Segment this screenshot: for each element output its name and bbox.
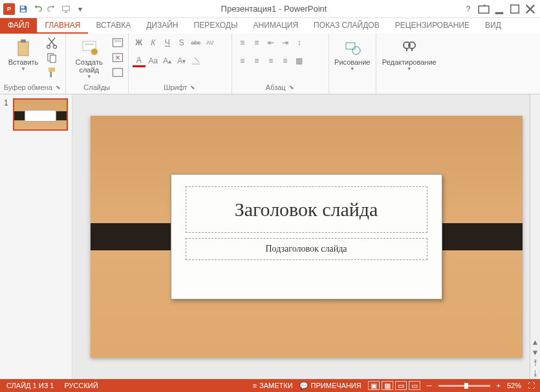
dialog-launcher-icon[interactable]: ⬊	[189, 84, 196, 91]
section-icon[interactable]	[111, 66, 124, 79]
close-icon[interactable]	[523, 3, 537, 16]
chevron-down-icon: ▼	[350, 66, 355, 72]
scroll-up-icon[interactable]: ▲	[531, 338, 540, 347]
zoom-slider[interactable]	[438, 385, 490, 387]
format-painter-icon[interactable]	[45, 66, 58, 79]
tab-home[interactable]: ГЛАВНАЯ	[37, 18, 88, 34]
align-center-icon[interactable]: ≡	[250, 54, 263, 67]
layout-icon[interactable]	[111, 36, 124, 49]
tab-design[interactable]: ДИЗАЙН	[138, 18, 186, 34]
line-spacing-icon[interactable]: ↕	[293, 36, 306, 49]
decrease-indent-icon[interactable]: ⇤	[265, 36, 277, 49]
subtitle-placeholder[interactable]: Подзаголовок слайда	[186, 238, 427, 260]
app-icon[interactable]: P	[3, 3, 16, 16]
thumbnail-preview[interactable]	[13, 98, 68, 131]
save-icon[interactable]	[17, 3, 30, 16]
editing-label: Редактирование	[382, 58, 437, 66]
svg-rect-6	[18, 41, 28, 56]
drawing-label: Рисование	[334, 58, 370, 66]
copy-icon[interactable]	[45, 51, 58, 64]
columns-icon[interactable]: ▦	[293, 54, 306, 67]
slide-editor[interactable]: Заголовок слайда Подзаголовок слайда ▲ ▼…	[72, 94, 540, 379]
tab-view[interactable]: ВИД	[477, 18, 509, 34]
char-spacing-button[interactable]: AV	[204, 36, 217, 49]
strike-button[interactable]: abc	[189, 36, 202, 49]
normal-view-icon[interactable]: ▣	[368, 381, 380, 390]
grow-font-button[interactable]: A▴	[161, 54, 174, 67]
shrink-font-button[interactable]: A▾	[175, 54, 188, 67]
numbering-icon[interactable]: ≡	[250, 36, 263, 49]
tab-slideshow[interactable]: ПОКАЗ СЛАЙДОВ	[306, 18, 387, 34]
dialog-launcher-icon[interactable]: ⬊	[55, 84, 61, 91]
new-slide-button[interactable]: Создать слайд ▼	[70, 36, 109, 81]
chevron-down-icon: ▼	[407, 66, 412, 72]
svg-rect-19	[113, 69, 122, 77]
ribbon-display-icon[interactable]	[477, 3, 491, 16]
svg-point-15	[91, 49, 98, 55]
workspace: 1 Заголовок слайда Подзаголовок слайда ▲…	[0, 94, 540, 379]
bullets-icon[interactable]: ≡	[236, 36, 249, 49]
status-bar: СЛАЙД 1 ИЗ 1 РУССКИЙ ≡ЗАМЕТКИ 💬ПРИМЕЧАНИ…	[0, 379, 540, 392]
zoom-in-button[interactable]: +	[497, 382, 501, 389]
redo-icon[interactable]	[45, 3, 58, 16]
zoom-level[interactable]: 52%	[507, 382, 521, 389]
slide-content-box: Заголовок слайда Подзаголовок слайда	[171, 174, 442, 299]
vertical-scrollbar[interactable]: ▲ ▼ ⭱ ⭳	[530, 94, 540, 379]
underline-button[interactable]: Ч	[161, 36, 174, 49]
thumbnail-item[interactable]: 1	[4, 98, 68, 131]
italic-button[interactable]: К	[147, 36, 160, 49]
tab-file[interactable]: ФАЙЛ	[0, 18, 37, 34]
svg-rect-5	[511, 5, 519, 13]
title-placeholder[interactable]: Заголовок слайда	[186, 186, 427, 233]
cut-icon[interactable]	[45, 36, 58, 49]
bold-button[interactable]: Ж	[133, 36, 146, 49]
scroll-down-icon[interactable]: ▼	[531, 348, 540, 357]
svg-rect-11	[50, 55, 56, 62]
fit-to-window-icon[interactable]: ⛶	[528, 382, 535, 389]
slideshow-view-icon[interactable]: ▭	[409, 381, 420, 390]
slide-counter[interactable]: СЛАЙД 1 ИЗ 1	[6, 382, 54, 389]
paste-button[interactable]: Вставить ▼	[4, 36, 43, 73]
comments-button[interactable]: 💬ПРИМЕЧАНИЯ	[299, 382, 362, 390]
group-paragraph-label: Абзац	[266, 83, 286, 91]
new-slide-icon	[79, 38, 100, 58]
view-buttons: ▣ ▦ ▭ ▭	[368, 381, 420, 390]
maximize-icon[interactable]	[508, 3, 522, 16]
editing-button[interactable]: Редактирование ▼	[380, 36, 438, 73]
undo-icon[interactable]	[31, 3, 44, 16]
group-drawing: Рисование ▼	[329, 34, 376, 94]
group-font: Ж К Ч S abc AV A Aa A▴ A▾ Шрифт⬊	[129, 34, 232, 94]
qat-dropdown-icon[interactable]: ▾	[74, 3, 87, 16]
new-slide-label: Создать слайд	[71, 58, 107, 74]
help-icon[interactable]: ?	[461, 3, 475, 16]
next-slide-icon[interactable]: ⭳	[531, 369, 540, 378]
align-right-icon[interactable]: ≡	[265, 54, 277, 67]
start-slideshow-icon[interactable]	[59, 3, 72, 16]
increase-indent-icon[interactable]: ⇥	[279, 36, 292, 49]
thumbnails-panel: 1	[0, 94, 72, 379]
minimize-icon[interactable]	[492, 3, 506, 16]
zoom-out-button[interactable]: ─	[427, 382, 432, 389]
tab-animations[interactable]: АНИМАЦИЯ	[246, 18, 306, 34]
font-color-button[interactable]: A	[133, 54, 146, 67]
reset-icon[interactable]	[111, 51, 124, 64]
change-case-button[interactable]: Aa	[147, 54, 160, 67]
tab-insert[interactable]: ВСТАВКА	[88, 18, 138, 34]
align-left-icon[interactable]: ≡	[236, 54, 249, 67]
notes-button[interactable]: ≡ЗАМЕТКИ	[253, 382, 293, 389]
justify-icon[interactable]: ≡	[279, 54, 292, 67]
tab-transitions[interactable]: ПЕРЕХОДЫ	[186, 18, 246, 34]
language-indicator[interactable]: РУССКИЙ	[64, 382, 98, 389]
sorter-view-icon[interactable]: ▦	[382, 381, 393, 390]
prev-slide-icon[interactable]: ⭱	[531, 358, 540, 367]
group-paragraph: ≡ ≡ ⇤ ⇥ ↕ ≡ ≡ ≡ ≡ ▦ Абзац⬊	[232, 34, 329, 94]
shadow-button[interactable]: S	[175, 36, 188, 49]
paste-label: Вставить	[8, 58, 39, 66]
clear-format-icon[interactable]	[189, 54, 202, 67]
reading-view-icon[interactable]: ▭	[395, 381, 407, 390]
tab-review[interactable]: РЕЦЕНЗИРОВАНИЕ	[387, 18, 477, 34]
slide-canvas[interactable]: Заголовок слайда Подзаголовок слайда	[91, 116, 523, 358]
dialog-launcher-icon[interactable]: ⬊	[288, 84, 295, 91]
drawing-button[interactable]: Рисование ▼	[333, 36, 372, 73]
group-clipboard-label: Буфер обмена	[4, 83, 52, 91]
